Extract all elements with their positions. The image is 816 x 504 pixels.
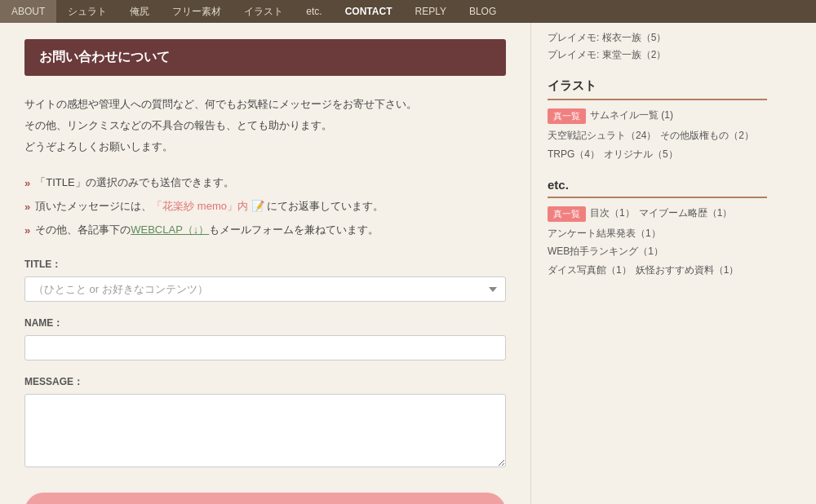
nav-item-reply[interactable]: REPLY <box>403 0 457 23</box>
name-label: NAME： <box>24 316 506 330</box>
etc-tag-row-1: 真一覧 目次（1） マイブーム略歴（1） <box>548 206 767 222</box>
etc-tag-all[interactable]: 真一覧 <box>548 206 586 222</box>
sidebar-illust-section: イラスト 真一覧 サムネイル一覧 (1) 天空戦記シュラト（24） その他版権も… <box>548 78 767 161</box>
nav-item-etc.[interactable]: etc. <box>295 0 333 23</box>
contact-form: TITLE： （ひとこと or お好きなコンテンツ） NAME： MESSAGE… <box>24 258 506 504</box>
etc-clap[interactable]: WEB拍手ランキング（1） <box>548 245 663 259</box>
etc-tag-row-2: アンケート結果発表（1） WEB拍手ランキング（1） <box>548 227 767 259</box>
nav-item-イラスト[interactable]: イラスト <box>233 0 295 23</box>
intro-line-2: その他、リンクミスなどの不具合の報告も、とても助かります。 <box>24 119 332 131</box>
nav-item-俺尻[interactable]: 俺尻 <box>118 0 161 23</box>
nav-item-フリー素材[interactable]: フリー素材 <box>161 0 233 23</box>
illust-thumbnail[interactable]: サムネイル一覧 (1) <box>590 108 673 124</box>
sidebar-illust-heading: イラスト <box>548 78 767 100</box>
etc-survey[interactable]: アンケート結果発表（1） <box>548 227 661 241</box>
etc-index[interactable]: 目次（1） <box>590 206 635 222</box>
name-field-section: NAME： <box>24 316 506 360</box>
illust-original[interactable]: オリジナル（5） <box>604 148 678 161</box>
playmemo-section: プレイメモ: 桜衣一族（5） プレイメモ: 東堂一族（2） <box>548 31 767 62</box>
note-text-3: その他、各記事下のWEBCLAP（↓）もメールフォームを兼ねています。 <box>35 221 379 239</box>
message-label: MESSAGE： <box>24 375 506 389</box>
illust-shurat[interactable]: 天空戦記シュラト（24） <box>548 129 656 143</box>
illust-tag-row-1: 真一覧 サムネイル一覧 (1) <box>548 108 767 124</box>
intro-text: サイトの感想や管理人への質問など、何でもお気軽にメッセージをお寄せ下さい。 その… <box>24 94 506 157</box>
illust-other[interactable]: その他版権もの（2） <box>660 129 754 143</box>
etc-boom[interactable]: マイブーム略歴（1） <box>639 206 733 222</box>
page-title: お問い合わせについて <box>24 39 506 76</box>
etc-tag-row-3: ダイス写真館（1） 妖怪おすすめ資料（1） <box>548 263 767 277</box>
message-textarea[interactable] <box>24 394 506 467</box>
intro-line-1: サイトの感想や管理人への質問など、何でもお気軽にメッセージをお寄せ下さい。 <box>24 98 417 110</box>
illust-tag-row-2: 天空戦記シュラト（24） その他版権もの（2） <box>548 129 767 143</box>
etc-dice[interactable]: ダイス写真館（1） <box>548 263 632 277</box>
title-field-section: TITLE： （ひとこと or お好きなコンテンツ） <box>24 258 506 302</box>
note-item-1: 「TITLE」の選択のみでも送信できます。 <box>24 174 506 192</box>
note-item-3: その他、各記事下のWEBCLAP（↓）もメールフォームを兼ねています。 <box>24 221 506 240</box>
main-content: お問い合わせについて サイトの感想や管理人への質問など、何でもお気軽にメッセージ… <box>0 23 530 504</box>
sidebar-etc-heading: etc. <box>548 178 767 198</box>
title-label: TITLE： <box>24 258 506 272</box>
note-text-2: 頂いたメッセージには、「花楽紗 memo」内 📝 にてお返事しています。 <box>35 197 384 215</box>
illust-tag-row-3: TRPG（4） オリジナル（5） <box>548 148 767 161</box>
illust-tag-all[interactable]: 真一覧 <box>548 108 586 124</box>
submit-button[interactable]: 送信 <box>24 493 506 504</box>
sidebar: プレイメモ: 桜衣一族（5） プレイメモ: 東堂一族（2） イラスト 真一覧 サ… <box>530 23 783 504</box>
navigation: ABOUTシュラト俺尻フリー素材イラストetc.CONTACTREPLYBLOG <box>0 0 816 23</box>
sidebar-etc-section: etc. 真一覧 目次（1） マイブーム略歴（1） アンケート結果発表（1） W… <box>548 178 767 277</box>
title-select[interactable]: （ひとこと or お好きなコンテンツ） <box>24 276 506 302</box>
nav-item-blog[interactable]: BLOG <box>458 0 508 23</box>
note-item-2: 頂いたメッセージには、「花楽紗 memo」内 📝 にてお返事しています。 <box>24 197 506 216</box>
webclap-link[interactable]: WEBCLAP（↓） <box>131 223 209 236</box>
playmemo-item-1[interactable]: プレイメモ: 桜衣一族（5） <box>548 31 767 45</box>
notes-list: 「TITLE」の選択のみでも送信できます。 頂いたメッセージには、「花楽紗 me… <box>24 174 506 240</box>
intro-line-3: どうぞよろしくお願いします。 <box>24 140 173 153</box>
message-field-section: MESSAGE： <box>24 375 506 470</box>
playmemo-item-2[interactable]: プレイメモ: 東堂一族（2） <box>548 48 767 62</box>
nav-item-contact[interactable]: CONTACT <box>334 0 404 23</box>
nav-item-about[interactable]: ABOUT <box>0 0 56 23</box>
nav-item-シュラト[interactable]: シュラト <box>56 0 118 23</box>
etc-youkai[interactable]: 妖怪おすすめ資料（1） <box>636 263 739 277</box>
name-input[interactable] <box>24 335 506 360</box>
note-text-1: 「TITLE」の選択のみでも送信できます。 <box>35 174 233 192</box>
note-highlight: 「花楽紗 memo」内 📝 <box>152 200 264 212</box>
illust-trpg[interactable]: TRPG（4） <box>548 148 600 161</box>
